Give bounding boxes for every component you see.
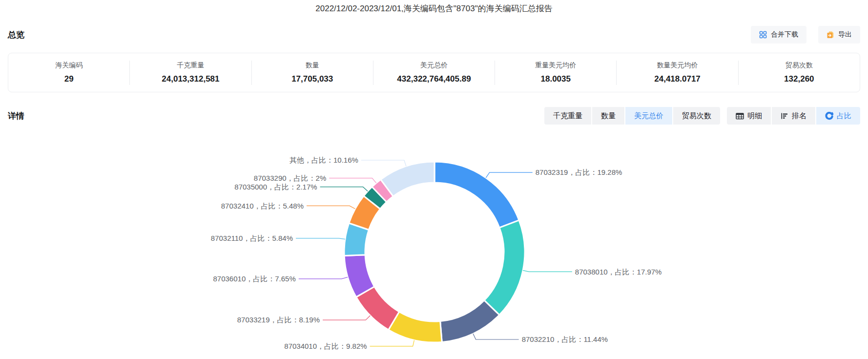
stat-value: 18.0035 [495,74,616,84]
stat-kg-weight: 千克重量 24,013,312,581 [130,61,251,84]
tab-ranking-view[interactable]: 排名 [771,107,815,125]
pie-label-line-87032319 [486,172,532,178]
stat-quantity: 数量 17,705,033 [252,61,373,84]
overview-heading: 总览 [8,29,24,41]
stat-label: 千克重量 [130,61,251,70]
donut-icon [825,112,833,120]
pie-slice-87032319[interactable] [434,162,519,228]
pie-label-87035000: 87035000，占比：2.17% [234,183,317,191]
tab-proportion-view[interactable]: 占比 [815,107,860,125]
table-icon [736,112,744,120]
tab-label: 数量 [601,111,616,121]
detail-header: 详情 千克重量 数量 美元总价 贸易次数 [8,107,860,125]
stat-value: 24,013,312,581 [130,74,251,84]
stat-value: 17,705,033 [252,74,373,84]
stat-usd-per-weight: 重量美元均价 18.0035 [495,61,616,84]
tab-label: 千克重量 [553,111,582,121]
pie-chart-svg: 87032319，占比：19.28%87038010，占比：17.97%8703… [0,126,868,355]
pie-label-line-87032110 [296,238,345,239]
stat-value: 29 [8,74,129,84]
overview-stats-card: 海关编码 29 千克重量 24,013,312,581 数量 17,705,03… [8,53,860,92]
pie-label-87033290: 87033290，占比：2% [254,174,326,182]
pie-label-87033219: 87033219，占比：8.19% [237,316,320,324]
stat-label: 海关编码 [8,61,129,70]
detail-controls: 千克重量 数量 美元总价 贸易次数 明细 [544,107,860,125]
tab-quantity[interactable]: 数量 [591,107,624,125]
stat-label: 数量美元均价 [617,61,738,70]
tab-trade-count[interactable]: 贸易次数 [672,107,720,125]
pie-slice-其他[interactable] [381,162,434,196]
tab-label: 占比 [837,111,851,121]
tab-detail-view[interactable]: 明细 [727,107,771,125]
tab-usd-total[interactable]: 美元总价 [624,107,672,125]
pie-label-line-87034010 [370,340,414,346]
view-tab-group: 明细 排名 [727,107,860,125]
export-button[interactable]: 导出 [818,26,860,43]
tab-label: 贸易次数 [682,111,711,121]
tab-kg-weight[interactable]: 千克重量 [544,107,591,125]
pie-label-87036010: 87036010，占比：7.65% [213,275,295,283]
overview-header: 总览 合并下载 [8,25,860,44]
stat-label: 贸易次数 [739,61,860,70]
pie-label-line-其他 [361,160,406,166]
pie-label-87032410: 87032410，占比：5.48% [221,202,304,210]
stat-value: 24,418.0717 [617,74,738,84]
pie-chart: 87032319，占比：19.28%87038010，占比：17.97%8703… [0,126,868,355]
pie-label-line-87032210 [473,334,519,339]
stat-label: 美元总价 [373,61,495,70]
pie-label-line-87032410 [307,206,355,209]
pie-slice-87038010[interactable] [484,220,525,315]
merge-download-label: 合并下载 [771,30,798,39]
pie-label-87032210: 87032210，占比：11.44% [522,335,608,343]
export-icon [827,31,834,39]
pie-label-87038010: 87038010，占比：17.97% [575,268,662,276]
export-label: 导出 [838,30,852,39]
merge-download-button[interactable]: 合并下载 [751,26,806,43]
stat-customs-code: 海关编码 29 [8,61,129,84]
stat-value: 132,260 [739,74,860,84]
merge-download-icon [759,31,767,39]
stat-value: 432,322,764,405.89 [373,74,495,84]
pie-label-line-87036010 [299,277,348,279]
page-title: 2022/12/02-2023/12/01,海关编码包含"8703"的海关编码汇… [0,0,868,14]
detail-heading: 详情 [8,110,24,122]
stat-usd-per-quantity: 数量美元均价 24,418.0717 [617,61,738,84]
pie-label-87034010: 87034010，占比：9.82% [284,342,367,350]
pie-label-line-87038010 [523,271,572,272]
pie-label-其他: 其他，占比：10.16% [289,156,358,164]
tab-label: 明细 [747,111,762,121]
ranking-icon [781,112,788,120]
pie-label-87032110: 87032110，占比：5.84% [211,234,293,242]
stat-label: 数量 [252,61,373,70]
tab-label: 排名 [792,111,806,121]
pie-slice-87032210[interactable] [440,300,499,342]
tab-label: 美元总价 [634,111,663,121]
stat-label: 重量美元均价 [495,61,616,70]
overview-actions: 合并下载 导出 [751,26,860,43]
stat-usd-total: 美元总价 432,322,764,405.89 [373,61,495,84]
pie-label-line-87033290 [329,178,376,183]
pie-label-line-87035000 [320,187,368,191]
metric-tab-group: 千克重量 数量 美元总价 贸易次数 [544,107,720,125]
pie-label-87032319: 87032319，占比：19.28% [536,168,622,176]
pie-label-line-87033219 [323,316,370,320]
stat-trade-count: 贸易次数 132,260 [739,61,860,84]
